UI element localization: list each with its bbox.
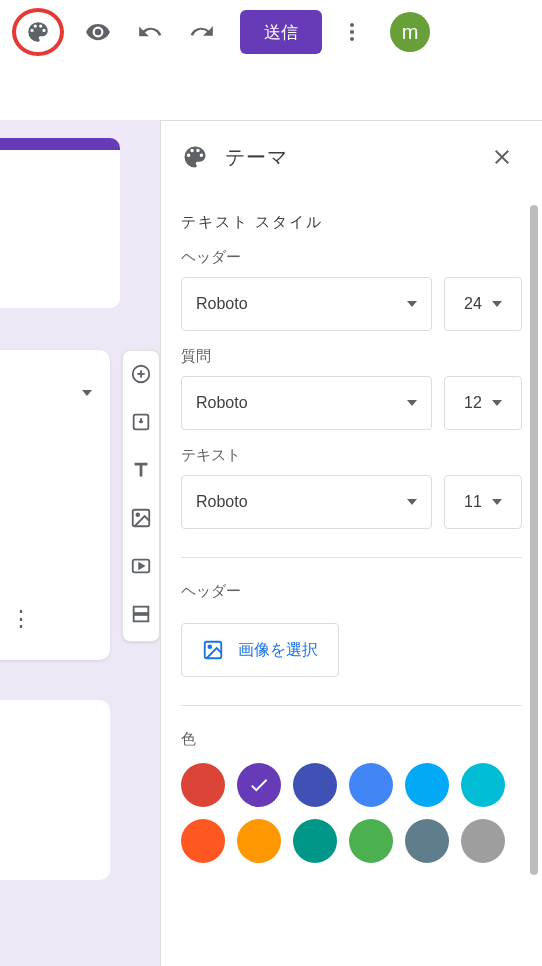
preview-button[interactable] <box>76 10 120 54</box>
close-icon <box>490 145 514 169</box>
color-swatch[interactable] <box>237 819 281 863</box>
image-icon <box>202 639 224 661</box>
side-toolbar <box>122 350 160 642</box>
question-font-value: Roboto <box>196 394 248 412</box>
chevron-down-icon <box>492 400 502 406</box>
question-font-select[interactable]: Roboto <box>181 376 432 430</box>
palette-icon <box>25 19 51 45</box>
color-swatch[interactable] <box>405 819 449 863</box>
image-icon <box>130 507 152 529</box>
panel-header: テーマ <box>161 121 542 193</box>
svg-point-13 <box>208 645 211 648</box>
choose-image-button[interactable]: 画像を選択 <box>181 623 339 677</box>
add-section-button[interactable] <box>130 603 152 629</box>
form-title-card[interactable] <box>0 138 120 308</box>
divider <box>181 557 522 558</box>
question-size-select[interactable]: 12 <box>444 376 522 430</box>
chevron-down-icon <box>407 400 417 406</box>
send-button[interactable]: 送信 <box>240 10 322 54</box>
header-label: ヘッダー <box>181 248 522 267</box>
color-swatch[interactable] <box>237 763 281 807</box>
color-swatch[interactable] <box>461 819 505 863</box>
add-title-button[interactable] <box>130 459 152 485</box>
theme-button[interactable] <box>20 14 56 50</box>
more-button[interactable] <box>330 10 374 54</box>
header-size-value: 24 <box>464 295 482 313</box>
svg-point-1 <box>350 30 354 34</box>
import-questions-button[interactable] <box>130 411 152 437</box>
svg-point-8 <box>136 513 139 516</box>
color-swatch[interactable] <box>181 763 225 807</box>
chevron-down-icon <box>492 499 502 505</box>
choose-image-label: 画像を選択 <box>238 640 318 661</box>
color-swatch[interactable] <box>181 819 225 863</box>
text-label: テキスト <box>181 446 522 465</box>
add-question-button[interactable] <box>130 363 152 389</box>
panel-body: テキスト スタイル ヘッダー Roboto 24 質問 Roboto 12 テキ… <box>161 213 542 883</box>
form-question-card[interactable]: ⋮ <box>0 350 110 660</box>
header-image-label: ヘッダー <box>181 582 522 601</box>
eye-icon <box>85 19 111 45</box>
color-swatch[interactable] <box>349 763 393 807</box>
svg-point-2 <box>350 37 354 41</box>
close-button[interactable] <box>486 141 518 173</box>
question-more-icon[interactable]: ⋮ <box>10 606 32 632</box>
plus-circle-icon <box>130 363 152 385</box>
highlight-annotation <box>12 8 64 56</box>
color-swatch[interactable] <box>461 763 505 807</box>
color-section-label: 色 <box>181 730 522 749</box>
svg-point-0 <box>350 23 354 27</box>
dropdown-arrow-icon[interactable] <box>82 390 92 396</box>
section-icon <box>130 603 152 625</box>
palette-icon <box>181 143 209 171</box>
header-font-select[interactable]: Roboto <box>181 277 432 331</box>
scrollbar[interactable] <box>530 205 538 875</box>
color-swatch[interactable] <box>349 819 393 863</box>
chevron-down-icon <box>407 499 417 505</box>
svg-rect-11 <box>134 615 149 621</box>
divider <box>181 705 522 706</box>
text-size-value: 11 <box>464 493 482 511</box>
header-size-select[interactable]: 24 <box>444 277 522 331</box>
check-icon <box>248 774 270 796</box>
undo-icon <box>137 19 163 45</box>
color-swatch[interactable] <box>405 763 449 807</box>
undo-button[interactable] <box>128 10 172 54</box>
question-size-value: 12 <box>464 394 482 412</box>
add-video-button[interactable] <box>130 555 152 581</box>
text-icon <box>130 459 152 481</box>
redo-button[interactable] <box>180 10 224 54</box>
header-font-value: Roboto <box>196 295 248 313</box>
question-label: 質問 <box>181 347 522 366</box>
avatar[interactable]: m <box>390 12 430 52</box>
toolbar: 送信 m <box>0 0 542 64</box>
form-card[interactable] <box>0 700 110 880</box>
text-size-select[interactable]: 11 <box>444 475 522 529</box>
theme-panel: テーマ テキスト スタイル ヘッダー Roboto 24 質問 Roboto <box>160 120 542 966</box>
color-grid <box>181 763 522 863</box>
text-font-value: Roboto <box>196 493 248 511</box>
text-font-select[interactable]: Roboto <box>181 475 432 529</box>
text-style-section-title: テキスト スタイル <box>181 213 522 232</box>
svg-rect-10 <box>134 607 149 613</box>
import-icon <box>130 411 152 433</box>
redo-icon <box>189 19 215 45</box>
color-swatch[interactable] <box>293 819 337 863</box>
chevron-down-icon <box>407 301 417 307</box>
color-swatch[interactable] <box>293 763 337 807</box>
panel-title: テーマ <box>225 144 470 171</box>
add-image-button[interactable] <box>130 507 152 533</box>
video-icon <box>130 555 152 577</box>
chevron-down-icon <box>492 301 502 307</box>
more-vert-icon <box>340 20 364 44</box>
